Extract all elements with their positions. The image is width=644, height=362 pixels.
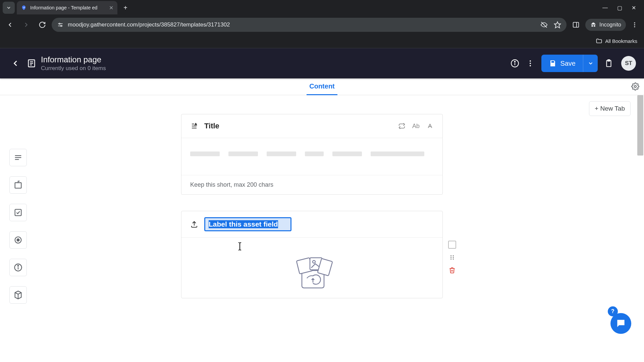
vertical-scrollbar[interactable] — [637, 95, 643, 344]
help-badge-button[interactable]: ? — [608, 306, 618, 316]
grip-icon — [449, 254, 455, 261]
avatar[interactable]: ST — [621, 56, 636, 71]
panel-icon — [572, 21, 580, 28]
new-tab-button[interactable]: + New Tab — [589, 101, 631, 116]
asset-field-label-input[interactable] — [204, 217, 291, 231]
skeleton-bar — [332, 152, 362, 156]
page-subtitle: Currently used on 0 items — [41, 65, 106, 72]
text-field-icon: A — [190, 122, 198, 130]
content-tabs-row: Content — [0, 78, 644, 95]
svg-point-8 — [634, 22, 635, 23]
svg-marker-5 — [554, 22, 560, 28]
bookmark-star-icon[interactable] — [554, 21, 561, 28]
more-menu-button[interactable] — [523, 56, 538, 71]
save-button[interactable]: Save — [541, 55, 583, 72]
tab-search-button[interactable] — [3, 2, 15, 14]
radio-icon — [13, 235, 23, 245]
svg-rect-6 — [573, 22, 579, 27]
scrollbar-thumb[interactable] — [637, 95, 643, 156]
svg-point-2 — [59, 23, 60, 24]
eye-off-icon[interactable] — [540, 21, 548, 28]
editor-canvas-area: + New Tab A Title Ab — [0, 95, 644, 344]
palette-radio-button[interactable] — [9, 231, 27, 249]
palette-guideline-button[interactable] — [9, 259, 27, 276]
all-bookmarks-button[interactable]: All Bookmarks — [605, 38, 637, 44]
asset-field-card[interactable] — [181, 211, 443, 298]
field-required-checkbox[interactable] — [448, 241, 456, 249]
incognito-icon — [590, 21, 597, 28]
new-browser-tab-button[interactable]: + — [120, 2, 131, 13]
field-delete-button[interactable] — [448, 266, 456, 274]
window-close-button[interactable]: ✕ — [632, 5, 636, 11]
window-minimize-button[interactable]: — — [602, 5, 608, 11]
component-icon — [13, 180, 23, 190]
side-panel-button[interactable] — [569, 18, 583, 32]
field-palette-rail — [9, 149, 27, 304]
url-field[interactable]: moodjoy.gathercontent.com/projects/38582… — [52, 18, 567, 32]
tab-settings-button[interactable] — [631, 82, 639, 90]
browser-forward-button[interactable] — [19, 18, 33, 32]
browser-reload-button[interactable] — [36, 18, 49, 32]
svg-point-23 — [634, 85, 636, 87]
type-icon[interactable] — [426, 122, 434, 130]
tab-strip: Information page - Template ed ✕ + — ▢ ✕ — [0, 0, 644, 15]
gear-icon — [631, 82, 639, 90]
svg-point-51 — [450, 258, 451, 259]
clipboard-button[interactable] — [601, 56, 616, 71]
svg-point-33 — [18, 265, 19, 266]
checkbox-icon — [13, 208, 23, 217]
chat-icon — [615, 318, 626, 329]
save-dropdown-button[interactable] — [583, 55, 598, 72]
palette-text-button[interactable] — [9, 149, 27, 166]
title-field-label: Title — [204, 122, 392, 130]
field-side-controls — [448, 241, 456, 274]
kebab-icon — [526, 59, 534, 67]
svg-point-3 — [61, 25, 62, 26]
clipboard-icon — [604, 59, 613, 68]
tab-close-button[interactable]: ✕ — [109, 5, 113, 11]
browser-menu-button[interactable] — [629, 21, 641, 28]
save-label: Save — [560, 60, 576, 67]
svg-text:A: A — [195, 123, 197, 126]
svg-point-30 — [17, 239, 19, 241]
url-text: moodjoy.gathercontent.com/projects/38582… — [68, 21, 536, 28]
svg-point-9 — [634, 24, 635, 25]
trash-icon — [449, 267, 455, 274]
avatar-initials: ST — [625, 60, 632, 67]
svg-point-10 — [634, 26, 635, 27]
upload-icon — [190, 220, 198, 228]
field-drag-handle[interactable] — [448, 253, 456, 261]
repeat-icon[interactable] — [398, 122, 406, 130]
incognito-label: Incognito — [599, 22, 621, 28]
title-field-card[interactable]: A Title Ab Keep this short, max 200 char… — [181, 114, 443, 195]
site-settings-icon[interactable] — [57, 21, 64, 28]
page-title: Information page — [41, 55, 106, 64]
app-back-button[interactable] — [8, 56, 23, 71]
browser-back-button[interactable] — [3, 18, 17, 32]
svg-rect-28 — [15, 209, 21, 216]
palette-checkbox-button[interactable] — [9, 204, 27, 221]
window-maximize-button[interactable]: ▢ — [617, 5, 622, 11]
title-field-body — [181, 138, 442, 175]
incognito-chip[interactable]: Incognito — [585, 19, 626, 31]
bookmarks-bar: All Bookmarks — [0, 34, 644, 48]
template-icon — [27, 59, 36, 68]
skeleton-bar — [267, 152, 296, 156]
text-format-button[interactable]: Ab — [412, 123, 420, 130]
app-favicon-icon — [21, 5, 27, 11]
skeleton-placeholder — [190, 152, 434, 156]
tab-content-label: Content — [309, 82, 335, 90]
palette-component-button[interactable] — [9, 176, 27, 194]
info-icon — [511, 59, 519, 68]
chevron-down-icon — [588, 60, 594, 66]
svg-rect-27 — [15, 183, 21, 188]
chevron-left-icon — [11, 59, 20, 68]
chevron-down-icon — [6, 5, 11, 10]
text-lines-icon — [13, 153, 23, 162]
save-button-group: Save — [541, 55, 598, 72]
tab-content[interactable]: Content — [307, 78, 337, 95]
svg-point-20 — [530, 65, 531, 66]
palette-asset-button[interactable] — [9, 286, 27, 304]
info-button[interactable] — [507, 56, 523, 71]
browser-tab[interactable]: Information page - Template ed ✕ — [17, 1, 117, 14]
